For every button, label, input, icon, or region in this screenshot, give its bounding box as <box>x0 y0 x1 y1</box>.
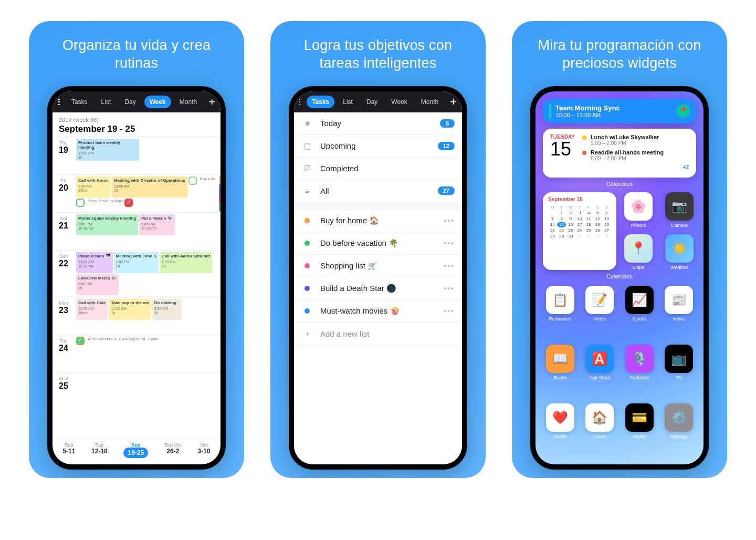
tab-month[interactable]: Month <box>174 96 202 108</box>
app-navbar: TasksListDayWeekMonth + <box>52 91 220 112</box>
widget-day-agenda[interactable]: TUESDAY 15 Lunch w/Luke Skywalker 1:00 –… <box>543 129 696 178</box>
day-events: Moms squad weekly meeting3:00 PM1h 30min… <box>75 213 220 250</box>
calendar-event[interactable]: Moms squad weekly meeting3:00 PM1h 30min <box>76 214 138 235</box>
app-notes[interactable]: 📝 Notes <box>584 286 616 338</box>
menu-icon[interactable] <box>299 99 300 105</box>
calendar-event[interactable]: Call with Cole10:30 AM15min <box>76 299 108 320</box>
add-list-row[interactable]: ＋ Add a new list <box>294 323 462 346</box>
smart-list-completed[interactable]: ☑ Completed <box>294 158 462 180</box>
tab-list[interactable]: List <box>338 96 358 108</box>
app-label: Home <box>593 434 606 439</box>
widget-section-label: Calendars <box>536 181 704 187</box>
calendar-event[interactable]: Meeting with Director of Operations10:00… <box>112 176 187 198</box>
checkbox-icon[interactable] <box>76 199 85 207</box>
app-settings[interactable]: ⚙️ Settings <box>663 403 696 456</box>
tab-day[interactable]: Day <box>119 96 141 108</box>
tab-tasks[interactable]: Tasks <box>66 96 93 108</box>
tab-month[interactable]: Month <box>416 96 444 108</box>
tab-tasks[interactable]: Tasks <box>307 96 334 108</box>
tab-day[interactable]: Day <box>361 96 383 108</box>
calendar-event[interactable]: Call with Aaron Schündt2:30 PM1h <box>160 252 212 273</box>
calendar-event[interactable]: LowCrew Meets 🎶6:00 PM2h <box>76 274 119 295</box>
inline-task[interactable] <box>124 199 136 207</box>
more-icon[interactable]: ••• <box>444 239 455 247</box>
more-events-badge[interactable]: +2 <box>683 164 689 170</box>
app-label: Stocks <box>632 316 646 321</box>
app-podcasts[interactable]: 🎙️ Podcasts <box>623 345 656 397</box>
app-news[interactable]: 📰 News <box>663 286 696 338</box>
add-icon[interactable]: + <box>208 96 215 108</box>
app-weather[interactable]: ☀️ Weather <box>663 234 696 270</box>
tab-list[interactable]: List <box>96 96 117 108</box>
checkbox-icon[interactable]: ✓ <box>76 337 85 345</box>
more-icon[interactable]: ••• <box>444 284 455 293</box>
week-chip[interactable]: Sep19-25 <box>123 442 148 458</box>
app-home[interactable]: 🏠 Home <box>584 403 616 456</box>
tab-week[interactable]: Week <box>386 96 412 108</box>
user-list[interactable]: Buy for home 🏠 ••• <box>294 210 462 232</box>
inline-task[interactable]: Buy milk <box>188 176 216 198</box>
app-icon: 📝 <box>585 286 614 314</box>
day-events: Call with Cole10:30 AM15minTake pup to t… <box>75 297 220 335</box>
user-list[interactable]: Must-watch movies 🍿 ••• <box>294 300 462 323</box>
app-icon: 💳 <box>625 403 654 432</box>
calendar-event[interactable]: Piano lesson 🎹11:00 AM1h 30min <box>76 252 113 273</box>
smart-list-all[interactable]: ≡ All 27 <box>294 180 462 202</box>
event-title: Lunch w/Luke Skywalker <box>591 134 659 140</box>
week-selector[interactable]: Sep5-11Sep12-18Sep19-25Sep-Oct26-2Oct3-1… <box>52 438 220 464</box>
mini-calendar-table[interactable]: MTWTFSS123456789101112131415161718192021… <box>548 204 611 239</box>
calendar-event[interactable]: Meeting with John S1:00 PM1h <box>114 252 159 273</box>
app-wallet[interactable]: 💳 Wallet <box>623 403 656 456</box>
calendar-event[interactable]: Call with Aaron9:30 AM15min <box>76 176 111 198</box>
menu-icon[interactable] <box>58 99 60 105</box>
smart-list-upcoming[interactable]: ▢ Upcoming 12 <box>294 135 462 158</box>
task-label: Buy milk <box>200 176 216 181</box>
week-chip[interactable]: Sep12-18 <box>91 442 108 458</box>
calendar-event[interactable]: Pet a Falcon 🐦5:45 PM1h 30min <box>139 214 174 235</box>
app-grid: 📋 Reminders📝 Notes📈 Stocks📰 News📖 Books🅰… <box>542 284 697 458</box>
app-camera[interactable]: 📷 Camera <box>663 192 696 228</box>
widget-now-event[interactable]: Team Morning Sync 10:00 – 11:00 AM 📍 <box>543 99 696 123</box>
widget-daynum: 15 <box>550 140 575 159</box>
app-books[interactable]: 📖 Books <box>544 345 576 397</box>
app-tv[interactable]: 📺 TV <box>663 345 696 397</box>
add-icon[interactable]: + <box>450 96 457 108</box>
app-icon: 📈 <box>625 286 654 314</box>
agenda-event[interactable]: Readdle all-hands meeting 6:00 – 7:00 PM <box>582 149 689 161</box>
week-grid[interactable]: Thu19Product team weekly meeting11:00 AM… <box>52 137 220 438</box>
smart-list-today[interactable]: ★ Today 5 <box>294 112 462 135</box>
checkbox-icon[interactable] <box>124 199 133 207</box>
separator <box>294 202 462 210</box>
calendar-event[interactable]: Take pup to the vet11:00 AM1h <box>109 299 151 320</box>
app-app-store[interactable]: 🅰️ App Store <box>584 345 616 397</box>
day-events: ✓Anthroworker w. Bookeeper rel. Justin <box>75 335 220 372</box>
location-icon[interactable]: 📍 <box>676 104 690 118</box>
calendar-event[interactable]: Do nothing2:30 PM2h <box>152 299 182 320</box>
user-list[interactable]: Shopping list 🛒 ••• <box>294 255 462 277</box>
week-chip[interactable]: Sep-Oct26-2 <box>164 442 182 458</box>
inline-task[interactable]: ✓Anthroworker w. Bookeeper rel. Justin <box>76 337 159 345</box>
week-chip[interactable]: Sep5-11 <box>62 442 75 458</box>
tab-week[interactable]: Week <box>144 96 171 108</box>
app-photos[interactable]: 🌸 Photos <box>622 192 655 228</box>
calendar-event[interactable]: Product team weekly meeting11:00 AM1h <box>76 139 139 161</box>
widget-mini-calendar[interactable]: September 15 MTWTFSS12345678910111213141… <box>543 192 616 270</box>
more-icon[interactable]: ••• <box>444 307 455 315</box>
app-stocks[interactable]: 📈 Stocks <box>623 286 656 338</box>
user-list[interactable]: Build a Death Star 🌑 ••• <box>294 277 462 300</box>
app-label: Weather <box>670 265 688 270</box>
app-reminders[interactable]: 📋 Reminders <box>544 286 576 338</box>
app-health[interactable]: ❤️ Health <box>544 403 576 456</box>
list-label: All <box>320 186 438 195</box>
agenda-event[interactable]: Lunch w/Luke Skywalker 1:00 – 2:00 PM <box>582 134 689 146</box>
app-label: Camera <box>671 223 688 228</box>
more-icon[interactable]: ••• <box>444 262 455 270</box>
headline-1: Organiza tu vida y crea rutinas <box>44 37 229 72</box>
user-list[interactable]: Do before vacation 🌴 ••• <box>294 232 462 255</box>
more-icon[interactable]: ••• <box>444 216 455 225</box>
app-maps[interactable]: 📍 Maps <box>622 234 655 270</box>
checkbox-icon[interactable] <box>188 176 197 185</box>
inline-task[interactable]: Send Tesla to Mars <box>76 199 123 207</box>
week-chip[interactable]: Oct3-10 <box>198 442 211 458</box>
app-label: Settings <box>670 434 688 439</box>
